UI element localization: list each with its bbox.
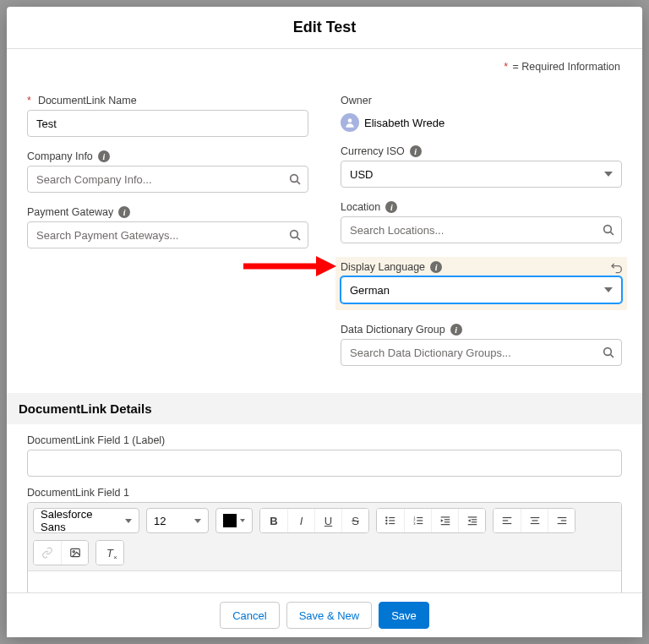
svg-point-13: [385, 522, 387, 524]
svg-rect-35: [532, 520, 537, 521]
outdent-button[interactable]: [458, 509, 485, 532]
svg-point-9: [385, 516, 387, 518]
search-icon: [602, 223, 615, 237]
edit-modal: Edit Test * = Required Information * Doc…: [7, 7, 642, 637]
payment-gateway-input[interactable]: [27, 221, 308, 248]
section-header: DocumentLink Details: [7, 393, 642, 424]
number-list-button[interactable]: 123: [404, 509, 431, 532]
ddg-label-text: Data Dictionary Group: [341, 324, 445, 336]
info-icon[interactable]: i: [430, 261, 442, 273]
align-center-button[interactable]: [521, 509, 548, 532]
modal-footer: Cancel Save & New Save: [7, 592, 642, 637]
strike-button[interactable]: S: [341, 509, 368, 532]
ddg-input[interactable]: [341, 339, 622, 366]
svg-rect-23: [444, 521, 449, 522]
save-button[interactable]: Save: [379, 602, 429, 629]
font-size-value: 12: [154, 515, 166, 527]
rich-toolbar: Salesforce Sans 12 B I U: [28, 503, 621, 571]
required-star: *: [504, 61, 508, 73]
ddg-search: [341, 339, 622, 366]
image-button[interactable]: [61, 541, 88, 565]
info-icon[interactable]: i: [450, 324, 462, 336]
svg-rect-32: [503, 520, 508, 521]
owner-group: Owner Elisabeth Wrede: [341, 95, 622, 132]
info-icon[interactable]: i: [118, 206, 130, 218]
info-icon[interactable]: i: [98, 150, 110, 162]
save-new-button[interactable]: Save & New: [286, 602, 373, 629]
owner-name: Elisabeth Wrede: [364, 117, 444, 129]
currency-select[interactable]: USD: [341, 161, 622, 188]
documentlink-name-input[interactable]: [27, 110, 308, 137]
language-label-text: Display Language: [341, 261, 425, 273]
ddg-label: Data Dictionary Group i: [341, 324, 622, 336]
right-column: Owner Elisabeth Wrede Currency ISO i: [341, 95, 622, 379]
info-icon[interactable]: i: [385, 201, 397, 213]
svg-rect-24: [440, 524, 450, 525]
field1-label-input[interactable]: [27, 450, 622, 477]
clear-group: T×: [95, 540, 124, 565]
bold-button[interactable]: B: [260, 509, 287, 532]
underline-button[interactable]: U: [314, 509, 341, 532]
company-info-group: Company Info i: [27, 150, 308, 193]
svg-rect-39: [557, 523, 566, 524]
svg-rect-18: [417, 520, 423, 521]
info-icon[interactable]: i: [410, 145, 422, 157]
indent-button[interactable]: [431, 509, 458, 532]
location-label-text: Location: [341, 201, 380, 213]
font-select[interactable]: Salesforce Sans: [33, 508, 139, 533]
svg-line-1: [297, 181, 300, 184]
svg-point-11: [385, 520, 387, 521]
search-icon: [288, 228, 302, 242]
left-column: * DocumentLink Name Company Info i: [27, 95, 308, 379]
owner-label: Owner: [341, 95, 622, 106]
font-value: Salesforce Sans: [41, 508, 118, 533]
svg-rect-28: [471, 521, 476, 522]
svg-point-2: [291, 231, 298, 238]
bullet-list-button[interactable]: [377, 509, 404, 532]
form-columns: * DocumentLink Name Company Info i: [20, 95, 629, 379]
clear-format-button[interactable]: T×: [96, 541, 123, 565]
editor-surface[interactable]: [28, 571, 621, 592]
svg-point-41: [73, 551, 74, 553]
chevron-down-icon: [604, 172, 613, 177]
currency-value: USD: [350, 168, 373, 181]
svg-line-8: [610, 354, 614, 357]
company-info-input[interactable]: [27, 166, 308, 193]
svg-point-0: [291, 175, 298, 183]
ddg-group: Data Dictionary Group i: [341, 324, 622, 366]
svg-rect-36: [530, 523, 539, 524]
link-button[interactable]: [34, 541, 61, 565]
svg-rect-12: [389, 520, 395, 521]
field1-label-label: DocumentLink Field 1 (Label): [27, 434, 622, 446]
svg-rect-21: [440, 516, 450, 517]
svg-rect-31: [503, 517, 512, 518]
required-star: *: [27, 95, 31, 106]
cancel-button[interactable]: Cancel: [220, 602, 279, 629]
owner-label-text: Owner: [341, 95, 372, 106]
currency-label-text: Currency ISO: [341, 145, 405, 157]
owner-value: Elisabeth Wrede: [341, 110, 622, 132]
format-group: B I U S: [259, 508, 369, 533]
modal-body: * = Required Information * DocumentLink …: [7, 49, 642, 592]
svg-point-7: [604, 348, 612, 356]
text-color-button[interactable]: [215, 508, 253, 533]
language-select[interactable]: German: [341, 276, 622, 303]
payment-gateway-group: Payment Gateway i: [27, 206, 308, 248]
undo-button[interactable]: [608, 259, 625, 276]
svg-rect-37: [557, 517, 566, 518]
location-input[interactable]: [341, 216, 622, 243]
align-group: [493, 508, 575, 533]
svg-marker-30: [467, 519, 470, 522]
italic-button[interactable]: I: [287, 509, 314, 532]
required-info-text: = Required Information: [512, 61, 620, 73]
align-left-button[interactable]: [494, 509, 521, 532]
svg-rect-10: [389, 517, 395, 518]
svg-rect-14: [389, 523, 395, 524]
font-size-select[interactable]: 12: [146, 508, 209, 533]
field1-rich-label: DocumentLink Field 1: [27, 487, 622, 499]
align-right-button[interactable]: [548, 509, 575, 532]
svg-rect-34: [530, 517, 539, 518]
company-info-label-text: Company Info: [27, 150, 93, 162]
payment-gateway-search: [27, 221, 308, 248]
svg-marker-25: [440, 519, 443, 522]
